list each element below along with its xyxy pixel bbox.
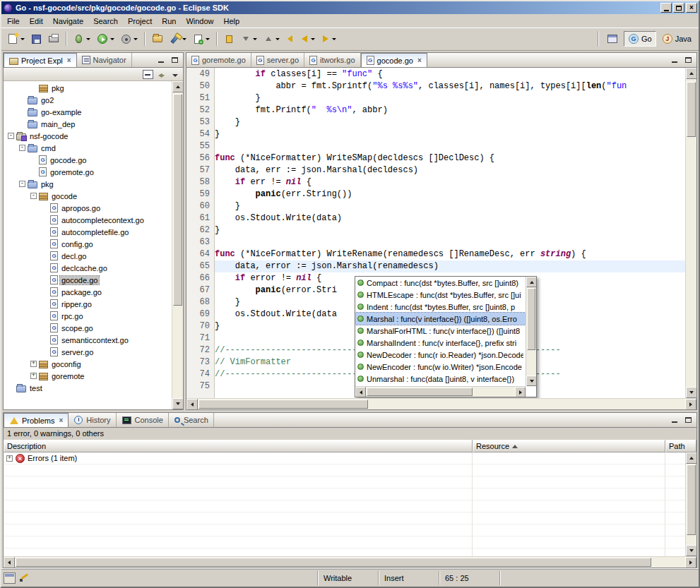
tree-item-apropos-go[interactable]: apropos.go <box>4 202 172 214</box>
completion-item[interactable]: MarshalForHTML : func(v interface{}) ([]… <box>355 325 526 337</box>
scrollbar-thumb[interactable] <box>173 94 182 306</box>
tree-item-test[interactable]: test <box>4 382 172 394</box>
editor-tab-itworks-go[interactable]: itworks.go <box>304 53 361 67</box>
tree-item-pkg[interactable]: pkg <box>4 82 172 94</box>
tree-item-goconfig[interactable]: +goconfig <box>4 358 172 370</box>
expand-icon[interactable]: + <box>30 361 37 367</box>
debug-button[interactable] <box>71 30 93 47</box>
editor-tab-server-go[interactable]: server.go <box>251 53 304 67</box>
link-with-editor-icon[interactable] <box>156 70 167 79</box>
collapse-icon[interactable]: - <box>19 181 25 187</box>
menu-file[interactable]: File <box>2 16 25 27</box>
tree-item-gocode-go[interactable]: gocode.go <box>4 274 172 286</box>
tree-item-goremote-go[interactable]: goremote.go <box>4 166 172 178</box>
tree-item-gocode[interactable]: -gocode <box>4 190 172 202</box>
menu-navigate[interactable]: Navigate <box>48 16 88 27</box>
menu-run[interactable]: Run <box>157 16 181 27</box>
editor-tab-goremote-go[interactable]: goremote.go <box>186 53 251 67</box>
editor-vscroll[interactable] <box>685 68 696 398</box>
tree-item-main-dep[interactable]: main_dep <box>4 118 172 130</box>
fast-view-icon[interactable] <box>4 572 16 584</box>
expand-icon[interactable]: + <box>30 373 37 379</box>
maximize-view-button[interactable] <box>169 55 180 65</box>
scroll-right-icon[interactable] <box>685 557 696 568</box>
tree-item-go-example[interactable]: go-example <box>4 106 172 118</box>
scroll-up-icon[interactable] <box>526 277 537 287</box>
completion-item[interactable]: Marshal : func(v interface{}) ([]uint8, … <box>355 313 526 325</box>
previous-annotation-button[interactable] <box>261 31 283 47</box>
tree-item-pkg[interactable]: -pkg <box>4 178 172 190</box>
tree-item-package-go[interactable]: package.go <box>4 286 172 298</box>
completion-item[interactable]: NewEncoder : func(w io.Writer) *json.Enc… <box>355 361 526 373</box>
column-header-resource[interactable]: Resource <box>473 440 665 452</box>
problems-row-errors-1-item[interactable]: +Errors (1 item) <box>4 452 685 464</box>
print-button[interactable] <box>45 30 62 48</box>
back-button[interactable] <box>297 30 318 48</box>
tree-item-go2[interactable]: go2 <box>4 94 172 106</box>
tree-item-decl-go[interactable]: decl.go <box>4 250 172 262</box>
completion-item[interactable]: Compact : func(dst *bytes.Buffer, src []… <box>355 277 526 289</box>
tree-item-semanticcontext-go[interactable]: semanticcontext.go <box>4 334 172 346</box>
problems-hscroll[interactable] <box>4 556 696 568</box>
problems-vscroll[interactable] <box>685 452 696 556</box>
tree-item-config-go[interactable]: config.go <box>4 238 172 250</box>
minimize-view-button[interactable] <box>669 415 680 425</box>
view-menu-icon[interactable] <box>170 70 180 79</box>
expand-icon[interactable]: + <box>6 455 13 462</box>
open-resource-button[interactable] <box>149 30 166 47</box>
perspective-open-perspective[interactable] <box>603 31 622 47</box>
close-icon[interactable]: × <box>416 56 422 64</box>
view-tab-search[interactable]: Search <box>169 413 214 427</box>
tree-item-nsf-gocode[interactable]: -nsf-gocode <box>4 130 172 142</box>
scroll-left-icon[interactable] <box>4 557 15 568</box>
column-header-path[interactable]: Path <box>665 440 696 452</box>
completion-item[interactable]: Unmarshal : func(data []uint8, v interfa… <box>355 373 526 385</box>
tree-item-gocode-go[interactable]: gocode.go <box>4 154 172 166</box>
view-tab-navigator[interactable]: Navigator <box>77 53 132 67</box>
completion-item[interactable]: Indent : func(dst *bytes.Buffer, src []u… <box>355 301 526 313</box>
scroll-down-icon[interactable] <box>686 545 696 556</box>
editor-hscroll[interactable] <box>186 398 696 409</box>
scrollbar-thumb[interactable] <box>198 400 368 409</box>
collapse-all-icon[interactable] <box>143 70 153 79</box>
tree-item-server-go[interactable]: server.go <box>4 346 172 358</box>
run-button[interactable] <box>94 30 117 47</box>
new-wizard-button[interactable] <box>4 30 28 47</box>
collapse-icon[interactable]: - <box>19 145 25 151</box>
forward-button[interactable] <box>319 30 339 48</box>
scrollbar-thumb[interactable] <box>687 464 696 535</box>
menu-project[interactable]: Project <box>123 16 157 27</box>
scrollbar-thumb[interactable] <box>367 388 473 396</box>
tree-item-scope-go[interactable]: scope.go <box>4 322 172 334</box>
title-bar[interactable]: Go - nsf-gocode/src/pkg/gocode/gocode.go… <box>1 1 699 14</box>
tree-item-cmd[interactable]: -cmd <box>4 142 172 154</box>
view-tab-project-expl[interactable]: Project Expl× <box>4 53 77 67</box>
scroll-down-icon[interactable] <box>686 387 696 398</box>
close-icon[interactable]: × <box>66 56 71 64</box>
minimize-view-button[interactable] <box>669 55 680 65</box>
maximize-view-button[interactable] <box>682 415 694 425</box>
maximize-button[interactable] <box>673 3 684 13</box>
collapse-icon[interactable]: - <box>30 193 37 199</box>
scroll-right-icon[interactable] <box>685 399 696 410</box>
tree-item-rpc-go[interactable]: rpc.go <box>4 310 172 322</box>
search-button[interactable] <box>167 31 189 47</box>
maximize-view-button[interactable] <box>682 55 694 65</box>
view-tab-console[interactable]: Console <box>117 413 169 427</box>
minimize-view-button[interactable] <box>155 55 167 65</box>
tree-item-autocompletefile-go[interactable]: autocompletefile.go <box>4 226 172 238</box>
tree-item-goremote[interactable]: +goremote <box>4 370 172 382</box>
completion-item[interactable]: MarshalIndent : func(v interface{}, pref… <box>355 337 526 349</box>
edit-marker-icon[interactable] <box>18 572 30 584</box>
save-button[interactable] <box>28 31 45 47</box>
scroll-down-icon[interactable] <box>526 376 537 386</box>
scrollbar-thumb[interactable] <box>16 558 651 567</box>
menu-window[interactable]: Window <box>181 16 218 27</box>
mark-occurrences-button[interactable] <box>221 31 237 47</box>
tree-item-declcache-go[interactable]: declcache.go <box>4 262 172 274</box>
menu-edit[interactable]: Edit <box>25 16 48 27</box>
explorer-scrollbar[interactable] <box>172 81 183 409</box>
menu-search[interactable]: Search <box>88 16 123 27</box>
collapse-icon[interactable]: - <box>8 133 14 139</box>
popup-vscroll[interactable] <box>526 277 536 386</box>
